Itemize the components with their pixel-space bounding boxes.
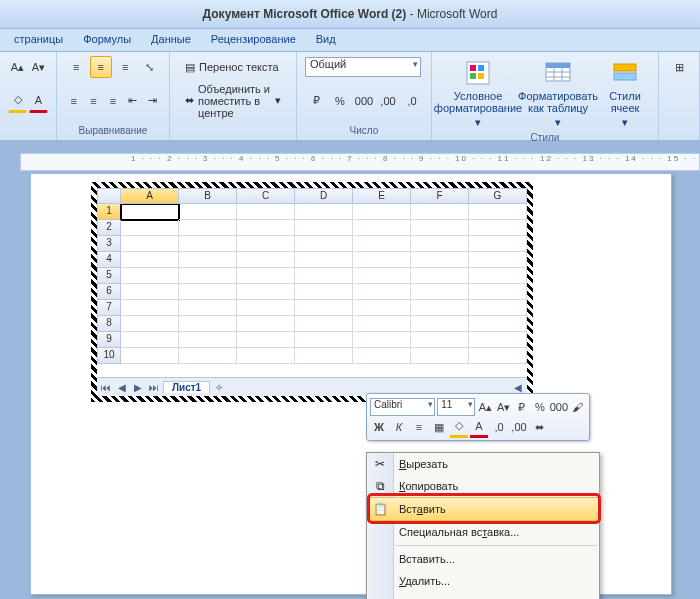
mini-currency-icon[interactable]: ₽ bbox=[514, 398, 530, 416]
cell[interactable] bbox=[469, 316, 527, 332]
cell[interactable] bbox=[411, 284, 469, 300]
align-middle-icon[interactable]: ≡ bbox=[90, 56, 113, 78]
align-center-icon[interactable]: ≡ bbox=[85, 90, 103, 112]
align-bottom-icon[interactable]: ≡ bbox=[114, 56, 137, 78]
cell[interactable] bbox=[353, 316, 411, 332]
cell[interactable] bbox=[353, 284, 411, 300]
row-header[interactable]: 6 bbox=[97, 284, 121, 300]
cell[interactable] bbox=[469, 268, 527, 284]
mini-increase-decimal-icon[interactable]: ,00 bbox=[510, 418, 528, 436]
cell[interactable] bbox=[295, 220, 353, 236]
menu-paste[interactable]: 📋Вставить bbox=[367, 497, 599, 521]
row-header[interactable]: 5 bbox=[97, 268, 121, 284]
percent-icon[interactable]: % bbox=[329, 90, 351, 112]
align-left-icon[interactable]: ≡ bbox=[65, 90, 83, 112]
cell[interactable] bbox=[353, 300, 411, 316]
cell[interactable] bbox=[237, 236, 295, 252]
tab-view[interactable]: Вид bbox=[306, 29, 346, 51]
new-sheet-icon[interactable]: ✧ bbox=[212, 382, 226, 393]
cell[interactable] bbox=[179, 316, 237, 332]
menu-clear[interactable]: Очистить содержимое bbox=[367, 592, 599, 599]
cell[interactable] bbox=[295, 268, 353, 284]
cell[interactable] bbox=[353, 332, 411, 348]
align-top-icon[interactable]: ≡ bbox=[65, 56, 88, 78]
mini-font-combo[interactable]: Calibri bbox=[370, 398, 435, 416]
cell[interactable] bbox=[469, 204, 527, 220]
cell[interactable] bbox=[411, 204, 469, 220]
comma-icon[interactable]: 000 bbox=[353, 90, 375, 112]
col-header[interactable]: B bbox=[179, 188, 237, 204]
cell[interactable] bbox=[237, 284, 295, 300]
menu-cut[interactable]: ✂Вырезать bbox=[367, 453, 599, 475]
cell[interactable] bbox=[295, 348, 353, 364]
row-header[interactable]: 7 bbox=[97, 300, 121, 316]
font-color-icon[interactable]: A bbox=[29, 89, 48, 113]
cell[interactable] bbox=[237, 316, 295, 332]
row-header[interactable]: 8 bbox=[97, 316, 121, 332]
cell[interactable] bbox=[295, 252, 353, 268]
col-header[interactable]: F bbox=[411, 188, 469, 204]
cell[interactable] bbox=[179, 268, 237, 284]
cell[interactable] bbox=[411, 268, 469, 284]
cell[interactable] bbox=[411, 300, 469, 316]
sheet-nav-next-icon[interactable]: ▶ bbox=[131, 382, 145, 393]
mini-grow-font-icon[interactable]: A▴ bbox=[477, 398, 493, 416]
orientation-icon[interactable]: ⤡ bbox=[139, 56, 162, 78]
col-header[interactable]: D bbox=[295, 188, 353, 204]
mini-format-painter-icon[interactable]: 🖌 bbox=[570, 398, 586, 416]
cell[interactable] bbox=[121, 332, 179, 348]
mini-merge-icon[interactable]: ⬌ bbox=[530, 418, 548, 436]
increase-decimal-icon[interactable]: ,00 bbox=[377, 90, 399, 112]
cell[interactable] bbox=[411, 220, 469, 236]
cell[interactable] bbox=[179, 332, 237, 348]
mini-bold-icon[interactable]: Ж bbox=[370, 418, 388, 436]
cell[interactable] bbox=[237, 220, 295, 236]
sheet-tab[interactable]: Лист1 bbox=[163, 381, 210, 393]
cell[interactable] bbox=[121, 220, 179, 236]
cell[interactable] bbox=[469, 252, 527, 268]
cell[interactable] bbox=[295, 204, 353, 220]
cell[interactable] bbox=[121, 316, 179, 332]
increase-font-icon[interactable]: A▴ bbox=[8, 56, 27, 78]
cell-styles-button[interactable]: Стили ячеек ▾ bbox=[600, 56, 650, 130]
col-header[interactable]: G bbox=[469, 188, 527, 204]
hscroll-left-icon[interactable]: ◀ bbox=[511, 382, 525, 393]
cell[interactable] bbox=[121, 268, 179, 284]
mini-font-color-icon[interactable]: A bbox=[470, 417, 488, 438]
mini-decrease-decimal-icon[interactable]: ,0 bbox=[490, 418, 508, 436]
cell[interactable] bbox=[179, 252, 237, 268]
cell[interactable] bbox=[411, 252, 469, 268]
cell[interactable] bbox=[353, 236, 411, 252]
cell[interactable] bbox=[411, 348, 469, 364]
mini-percent-icon[interactable]: % bbox=[532, 398, 548, 416]
col-header[interactable]: C bbox=[237, 188, 295, 204]
mini-size-combo[interactable]: 11 bbox=[437, 398, 475, 416]
row-header[interactable]: 3 bbox=[97, 236, 121, 252]
menu-delete[interactable]: Удалить... bbox=[367, 570, 599, 592]
grid-body[interactable]: 1 2 3 4 5 6 7 8 9 10 bbox=[97, 204, 527, 377]
cell[interactable] bbox=[179, 284, 237, 300]
cell[interactable] bbox=[411, 316, 469, 332]
cell[interactable] bbox=[237, 300, 295, 316]
cell[interactable] bbox=[469, 332, 527, 348]
menu-insert[interactable]: Вставить... bbox=[367, 548, 599, 570]
col-header[interactable]: E bbox=[353, 188, 411, 204]
cell[interactable] bbox=[353, 348, 411, 364]
tab-formulas[interactable]: Формулы bbox=[73, 29, 141, 51]
cell[interactable] bbox=[353, 220, 411, 236]
row-header[interactable]: 4 bbox=[97, 252, 121, 268]
sheet-nav-last-icon[interactable]: ⏭ bbox=[147, 382, 161, 393]
cell[interactable] bbox=[237, 348, 295, 364]
cell[interactable] bbox=[295, 284, 353, 300]
cell[interactable] bbox=[353, 252, 411, 268]
cell[interactable] bbox=[237, 252, 295, 268]
insert-cells-icon[interactable]: ⊞ bbox=[667, 56, 691, 78]
indent-inc-icon[interactable]: ⇥ bbox=[143, 90, 161, 112]
format-as-table-button[interactable]: Форматировать как таблицу ▾ bbox=[520, 56, 596, 130]
cell[interactable] bbox=[237, 268, 295, 284]
indent-dec-icon[interactable]: ⇤ bbox=[124, 90, 142, 112]
cell[interactable] bbox=[121, 236, 179, 252]
sheet-nav-first-icon[interactable]: ⏮ bbox=[99, 382, 113, 393]
mini-shrink-font-icon[interactable]: A▾ bbox=[496, 398, 512, 416]
mini-align-center-icon[interactable]: ≡ bbox=[410, 418, 428, 436]
